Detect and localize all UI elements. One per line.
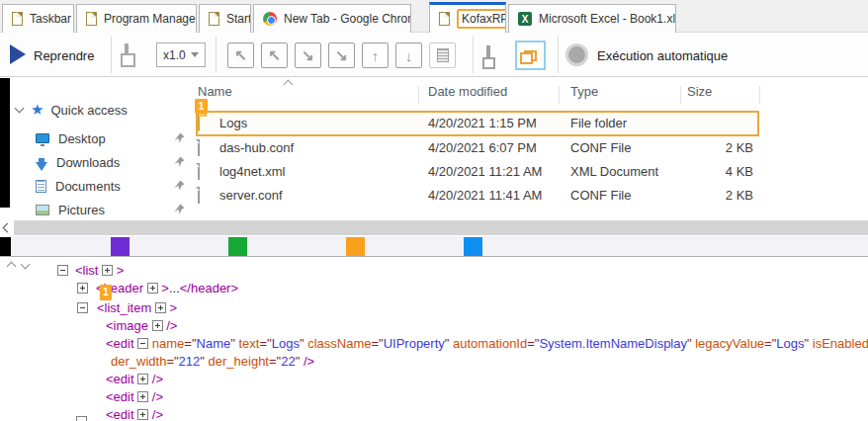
chrome-icon <box>263 12 277 26</box>
file-explorer: ★ Quick access Desktop Downloads Documen… <box>0 78 868 219</box>
file-date: 4/20/2021 1:15 PM <box>428 116 537 130</box>
tab-bar: Taskbar Program Manager Start New Tab - … <box>0 0 868 33</box>
refresh-page-icon <box>125 43 129 64</box>
arrow-down-icon: ↓ <box>405 47 413 64</box>
resume-play-icon[interactable] <box>10 44 26 64</box>
tab-chrome[interactable]: New Tab - Google Chrome <box>253 4 411 33</box>
file-row-das-hub[interactable]: das-hub.conf 4/20/2021 6:07 PM CONF File… <box>188 136 868 160</box>
tab-label: Start <box>226 12 251 26</box>
tree-node-list-item[interactable]: <list_item > <box>97 300 177 316</box>
reuse-window-button-selected[interactable] <box>515 41 546 70</box>
tree-node-edit[interactable]: <edit /> <box>106 372 163 387</box>
tree-node-image[interactable]: <image /> <box>106 318 177 334</box>
tree-node-header[interactable]: <header >...</header> <box>96 281 238 296</box>
step-into-button[interactable]: ↘ <box>295 42 321 68</box>
scrollbar-thumb[interactable] <box>14 220 868 235</box>
step-over-button[interactable]: ↘ <box>328 42 355 68</box>
tree-node-edit-attrs[interactable]: <edit name="Name" text="Logs" className=… <box>106 336 868 352</box>
new-window-button[interactable] <box>486 47 490 65</box>
column-divider[interactable] <box>418 86 419 104</box>
tag-selfclose: /> <box>152 372 163 386</box>
expand-icon[interactable] <box>137 374 148 384</box>
scroll-left-icon[interactable] <box>3 223 13 233</box>
expand-icon[interactable] <box>155 302 166 313</box>
pin-icon[interactable] <box>174 132 185 143</box>
step-back-into-button[interactable]: ↖ <box>261 42 288 68</box>
expand-icon[interactable] <box>137 409 148 420</box>
auto-execution-toggle-icon[interactable] <box>565 43 588 66</box>
collapse-icon[interactable] <box>137 338 148 349</box>
file-date: 4/20/2021 6:07 PM <box>428 140 537 155</box>
pin-icon[interactable] <box>174 156 185 167</box>
refresh-page-button[interactable] <box>125 45 129 63</box>
pin-icon[interactable] <box>174 180 185 191</box>
tree-node-edit[interactable]: <edit /> <box>106 407 163 421</box>
sidebar-item-documents[interactable]: Documents <box>36 175 194 197</box>
color-swatch-black <box>0 237 11 256</box>
auto-execution-label: Exécution automatique <box>597 48 728 63</box>
page-icon <box>439 12 450 26</box>
file-type: File folder <box>570 116 627 130</box>
step-up-button[interactable]: ↑ <box>362 42 389 68</box>
sidebar-item-desktop[interactable]: Desktop <box>36 127 194 149</box>
chevron-down-icon[interactable] <box>15 104 25 114</box>
collapse-icon[interactable] <box>76 416 87 421</box>
column-divider[interactable] <box>559 86 560 104</box>
tag-open: <edit <box>106 389 134 404</box>
collapse-icon[interactable] <box>57 265 68 276</box>
tree-node-edit[interactable]: <edit /> <box>106 389 163 405</box>
step-back-over-button[interactable]: ↖ <box>227 42 254 68</box>
tag-close: </header> <box>180 281 238 295</box>
screen-edge-bar <box>0 78 10 208</box>
tab-taskbar[interactable]: Taskbar <box>2 4 74 33</box>
tree-node-list[interactable]: <list > <box>75 263 124 279</box>
file-size: 2 KB <box>652 140 753 155</box>
tab-excel[interactable]: X Microsoft Excel - Book1.xlsx <box>508 4 676 33</box>
file-type: CONF File <box>570 188 631 203</box>
column-divider[interactable] <box>759 86 760 104</box>
column-header-date[interactable]: Date modified <box>428 84 507 99</box>
arrow-down-right-icon: ↘ <box>335 46 348 64</box>
tab-start[interactable]: Start <box>199 4 251 33</box>
collapse-icon[interactable] <box>77 302 88 313</box>
copy-page-button[interactable] <box>429 42 456 68</box>
quick-access-label: Quick access <box>50 103 127 118</box>
toolbar-separator <box>111 37 112 73</box>
pin-icon[interactable] <box>174 204 185 214</box>
tag-selfclose: /> <box>152 389 163 404</box>
tab-kofaxrpa[interactable]: KofaxRPA <box>429 2 506 33</box>
tab-label: Taskbar <box>30 12 71 26</box>
quick-access-node[interactable]: ★ Quick access <box>31 101 128 119</box>
sidebar-item-downloads[interactable]: Downloads <box>36 151 194 173</box>
zoom-select[interactable]: x1.0 <box>156 42 206 67</box>
file-row-server[interactable]: server.conf 4/20/2021 11:41 AM CONF File… <box>188 184 868 208</box>
file-name: das-hub.conf <box>219 140 294 155</box>
column-divider[interactable] <box>680 86 681 104</box>
collapse-all-icon[interactable] <box>7 262 17 272</box>
tag-open: <edit <box>106 336 134 351</box>
horizontal-scrollbar[interactable] <box>0 219 868 236</box>
expand-icon[interactable] <box>137 391 148 402</box>
expand-all-icon[interactable] <box>21 260 31 270</box>
color-calibration-strip <box>0 236 868 257</box>
column-header-size[interactable]: Size <box>687 84 712 99</box>
column-header-type[interactable]: Type <box>570 84 598 99</box>
arrow-up-icon: ↑ <box>372 47 380 64</box>
column-header-name[interactable]: Name <box>198 84 232 99</box>
resume-button[interactable]: Reprendre <box>34 48 94 63</box>
expand-icon[interactable] <box>147 283 158 294</box>
expand-icon[interactable] <box>102 265 113 276</box>
step-down-button[interactable]: ↓ <box>395 42 422 68</box>
expand-icon[interactable] <box>77 283 88 294</box>
tag-selfclose: /> <box>166 318 177 333</box>
file-date: 4/20/2021 11:41 AM <box>428 188 542 203</box>
file-name: log4net.xml <box>219 164 285 179</box>
file-row-logs[interactable]: Logs 4/20/2021 1:15 PM File folder <box>188 112 868 135</box>
tree-node-edit-attrs-wrap[interactable]: der_width="212" der_height="22" /> <box>111 354 314 370</box>
file-row-log4net[interactable]: log4net.xml 4/20/2021 11:21 AM XML Docum… <box>188 160 868 184</box>
tab-program-manager[interactable]: Program Manager <box>76 4 197 33</box>
expand-icon[interactable] <box>152 320 163 331</box>
tag-selfclose: /> <box>152 407 163 421</box>
sidebar-item-pictures[interactable]: Pictures <box>36 199 194 220</box>
attribute-list: der_width="212" der_height="22" <box>111 354 304 369</box>
